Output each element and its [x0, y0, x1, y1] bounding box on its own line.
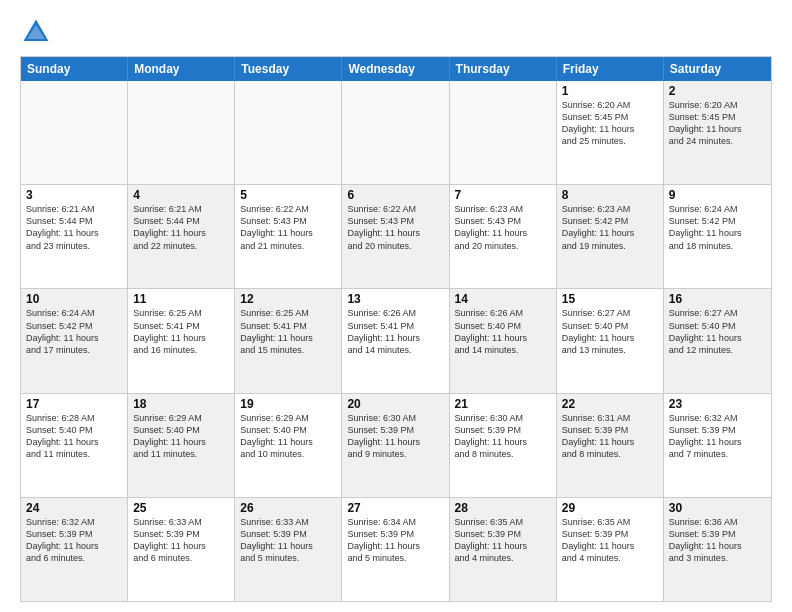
day-info: Sunrise: 6:21 AM Sunset: 5:44 PM Dayligh…: [133, 203, 229, 252]
header-day: Monday: [128, 57, 235, 81]
day-info: Sunrise: 6:35 AM Sunset: 5:39 PM Dayligh…: [562, 516, 658, 565]
day-number: 23: [669, 397, 766, 411]
calendar-cell: 23Sunrise: 6:32 AM Sunset: 5:39 PM Dayli…: [664, 394, 771, 497]
day-info: Sunrise: 6:22 AM Sunset: 5:43 PM Dayligh…: [240, 203, 336, 252]
day-info: Sunrise: 6:35 AM Sunset: 5:39 PM Dayligh…: [455, 516, 551, 565]
calendar-cell: 21Sunrise: 6:30 AM Sunset: 5:39 PM Dayli…: [450, 394, 557, 497]
day-number: 27: [347, 501, 443, 515]
day-info: Sunrise: 6:27 AM Sunset: 5:40 PM Dayligh…: [562, 307, 658, 356]
day-number: 11: [133, 292, 229, 306]
day-number: 10: [26, 292, 122, 306]
calendar-cell: [342, 81, 449, 184]
calendar-row: 17Sunrise: 6:28 AM Sunset: 5:40 PM Dayli…: [21, 393, 771, 497]
header-day: Saturday: [664, 57, 771, 81]
calendar-cell: 18Sunrise: 6:29 AM Sunset: 5:40 PM Dayli…: [128, 394, 235, 497]
day-info: Sunrise: 6:25 AM Sunset: 5:41 PM Dayligh…: [240, 307, 336, 356]
day-number: 25: [133, 501, 229, 515]
day-number: 1: [562, 84, 658, 98]
day-number: 29: [562, 501, 658, 515]
calendar-cell: 20Sunrise: 6:30 AM Sunset: 5:39 PM Dayli…: [342, 394, 449, 497]
day-info: Sunrise: 6:20 AM Sunset: 5:45 PM Dayligh…: [562, 99, 658, 148]
calendar-row: 1Sunrise: 6:20 AM Sunset: 5:45 PM Daylig…: [21, 81, 771, 184]
day-info: Sunrise: 6:29 AM Sunset: 5:40 PM Dayligh…: [133, 412, 229, 461]
calendar-row: 3Sunrise: 6:21 AM Sunset: 5:44 PM Daylig…: [21, 184, 771, 288]
logo-icon: [20, 16, 52, 48]
day-info: Sunrise: 6:24 AM Sunset: 5:42 PM Dayligh…: [669, 203, 766, 252]
calendar-cell: [128, 81, 235, 184]
day-info: Sunrise: 6:25 AM Sunset: 5:41 PM Dayligh…: [133, 307, 229, 356]
day-number: 22: [562, 397, 658, 411]
page: SundayMondayTuesdayWednesdayThursdayFrid…: [0, 0, 792, 612]
calendar-cell: 5Sunrise: 6:22 AM Sunset: 5:43 PM Daylig…: [235, 185, 342, 288]
day-info: Sunrise: 6:32 AM Sunset: 5:39 PM Dayligh…: [26, 516, 122, 565]
day-info: Sunrise: 6:26 AM Sunset: 5:40 PM Dayligh…: [455, 307, 551, 356]
day-info: Sunrise: 6:33 AM Sunset: 5:39 PM Dayligh…: [240, 516, 336, 565]
calendar-cell: 2Sunrise: 6:20 AM Sunset: 5:45 PM Daylig…: [664, 81, 771, 184]
calendar-cell: 16Sunrise: 6:27 AM Sunset: 5:40 PM Dayli…: [664, 289, 771, 392]
calendar-cell: 8Sunrise: 6:23 AM Sunset: 5:42 PM Daylig…: [557, 185, 664, 288]
calendar-cell: 28Sunrise: 6:35 AM Sunset: 5:39 PM Dayli…: [450, 498, 557, 601]
calendar-cell: 3Sunrise: 6:21 AM Sunset: 5:44 PM Daylig…: [21, 185, 128, 288]
day-info: Sunrise: 6:24 AM Sunset: 5:42 PM Dayligh…: [26, 307, 122, 356]
day-info: Sunrise: 6:22 AM Sunset: 5:43 PM Dayligh…: [347, 203, 443, 252]
calendar-cell: 29Sunrise: 6:35 AM Sunset: 5:39 PM Dayli…: [557, 498, 664, 601]
day-number: 26: [240, 501, 336, 515]
day-info: Sunrise: 6:34 AM Sunset: 5:39 PM Dayligh…: [347, 516, 443, 565]
calendar-row: 24Sunrise: 6:32 AM Sunset: 5:39 PM Dayli…: [21, 497, 771, 601]
day-info: Sunrise: 6:30 AM Sunset: 5:39 PM Dayligh…: [455, 412, 551, 461]
header: [20, 16, 772, 48]
day-number: 9: [669, 188, 766, 202]
day-info: Sunrise: 6:26 AM Sunset: 5:41 PM Dayligh…: [347, 307, 443, 356]
header-day: Friday: [557, 57, 664, 81]
day-info: Sunrise: 6:29 AM Sunset: 5:40 PM Dayligh…: [240, 412, 336, 461]
header-day: Thursday: [450, 57, 557, 81]
calendar: SundayMondayTuesdayWednesdayThursdayFrid…: [20, 56, 772, 602]
calendar-cell: 9Sunrise: 6:24 AM Sunset: 5:42 PM Daylig…: [664, 185, 771, 288]
calendar-cell: 4Sunrise: 6:21 AM Sunset: 5:44 PM Daylig…: [128, 185, 235, 288]
day-info: Sunrise: 6:32 AM Sunset: 5:39 PM Dayligh…: [669, 412, 766, 461]
day-number: 18: [133, 397, 229, 411]
header-day: Tuesday: [235, 57, 342, 81]
day-number: 3: [26, 188, 122, 202]
calendar-cell: 17Sunrise: 6:28 AM Sunset: 5:40 PM Dayli…: [21, 394, 128, 497]
day-number: 8: [562, 188, 658, 202]
calendar-cell: 24Sunrise: 6:32 AM Sunset: 5:39 PM Dayli…: [21, 498, 128, 601]
calendar-cell: 27Sunrise: 6:34 AM Sunset: 5:39 PM Dayli…: [342, 498, 449, 601]
day-number: 15: [562, 292, 658, 306]
day-info: Sunrise: 6:21 AM Sunset: 5:44 PM Dayligh…: [26, 203, 122, 252]
header-day: Wednesday: [342, 57, 449, 81]
day-info: Sunrise: 6:23 AM Sunset: 5:42 PM Dayligh…: [562, 203, 658, 252]
day-number: 13: [347, 292, 443, 306]
calendar-cell: [450, 81, 557, 184]
day-number: 28: [455, 501, 551, 515]
day-number: 4: [133, 188, 229, 202]
day-number: 2: [669, 84, 766, 98]
calendar-cell: 7Sunrise: 6:23 AM Sunset: 5:43 PM Daylig…: [450, 185, 557, 288]
calendar-cell: 26Sunrise: 6:33 AM Sunset: 5:39 PM Dayli…: [235, 498, 342, 601]
calendar-cell: 25Sunrise: 6:33 AM Sunset: 5:39 PM Dayli…: [128, 498, 235, 601]
logo: [20, 16, 56, 48]
day-number: 20: [347, 397, 443, 411]
calendar-cell: 15Sunrise: 6:27 AM Sunset: 5:40 PM Dayli…: [557, 289, 664, 392]
calendar-row: 10Sunrise: 6:24 AM Sunset: 5:42 PM Dayli…: [21, 288, 771, 392]
day-number: 12: [240, 292, 336, 306]
calendar-cell: 22Sunrise: 6:31 AM Sunset: 5:39 PM Dayli…: [557, 394, 664, 497]
day-number: 7: [455, 188, 551, 202]
header-day: Sunday: [21, 57, 128, 81]
calendar-cell: [235, 81, 342, 184]
day-number: 16: [669, 292, 766, 306]
day-info: Sunrise: 6:27 AM Sunset: 5:40 PM Dayligh…: [669, 307, 766, 356]
day-info: Sunrise: 6:31 AM Sunset: 5:39 PM Dayligh…: [562, 412, 658, 461]
calendar-cell: [21, 81, 128, 184]
day-number: 17: [26, 397, 122, 411]
day-info: Sunrise: 6:28 AM Sunset: 5:40 PM Dayligh…: [26, 412, 122, 461]
day-number: 6: [347, 188, 443, 202]
day-info: Sunrise: 6:36 AM Sunset: 5:39 PM Dayligh…: [669, 516, 766, 565]
calendar-cell: 10Sunrise: 6:24 AM Sunset: 5:42 PM Dayli…: [21, 289, 128, 392]
calendar-cell: 19Sunrise: 6:29 AM Sunset: 5:40 PM Dayli…: [235, 394, 342, 497]
calendar-cell: 30Sunrise: 6:36 AM Sunset: 5:39 PM Dayli…: [664, 498, 771, 601]
day-number: 19: [240, 397, 336, 411]
day-info: Sunrise: 6:20 AM Sunset: 5:45 PM Dayligh…: [669, 99, 766, 148]
day-info: Sunrise: 6:30 AM Sunset: 5:39 PM Dayligh…: [347, 412, 443, 461]
calendar-cell: 6Sunrise: 6:22 AM Sunset: 5:43 PM Daylig…: [342, 185, 449, 288]
